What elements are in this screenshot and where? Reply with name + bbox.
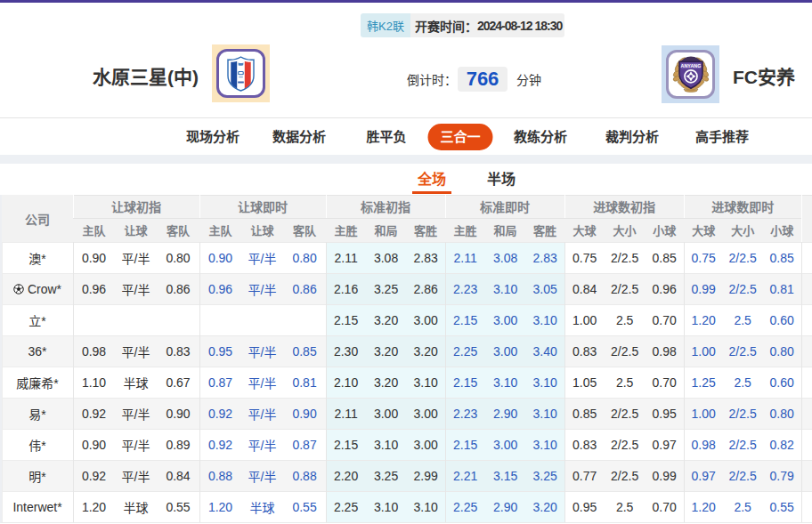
svg-text:ANYANG: ANYANG [680, 63, 701, 69]
